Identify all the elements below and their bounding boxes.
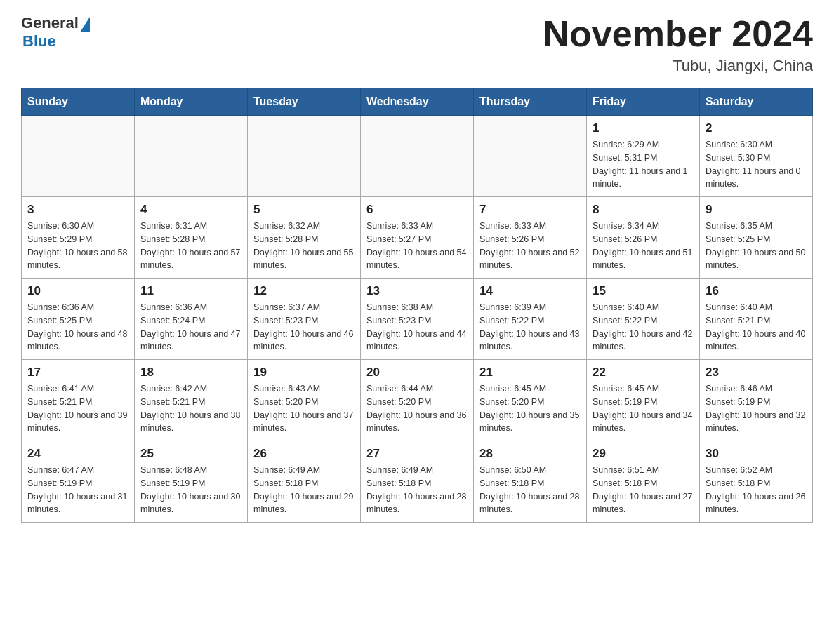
weekday-header-friday: Friday	[587, 88, 700, 116]
day-number: 3	[27, 203, 128, 217]
day-number: 1	[593, 121, 694, 135]
calendar-title: November 2024	[543, 14, 813, 54]
day-number: 6	[366, 203, 468, 217]
calendar-cell: 8Sunrise: 6:34 AM Sunset: 5:26 PM Daylig…	[587, 197, 700, 279]
calendar-cell: 21Sunrise: 6:45 AM Sunset: 5:20 PM Dayli…	[474, 360, 587, 441]
calendar-cell: 30Sunrise: 6:52 AM Sunset: 5:18 PM Dayli…	[700, 441, 813, 523]
logo-general-text: General	[21, 14, 79, 32]
weekday-header-row: SundayMondayTuesdayWednesdayThursdayFrid…	[22, 88, 813, 116]
day-number: 2	[706, 121, 807, 135]
week-row-3: 10Sunrise: 6:36 AM Sunset: 5:25 PM Dayli…	[22, 279, 813, 360]
calendar-cell: 14Sunrise: 6:39 AM Sunset: 5:22 PM Dayli…	[474, 279, 587, 360]
day-number: 19	[253, 365, 355, 380]
calendar-cell: 3Sunrise: 6:30 AM Sunset: 5:29 PM Daylig…	[22, 197, 135, 279]
calendar-cell: 25Sunrise: 6:48 AM Sunset: 5:19 PM Dayli…	[135, 441, 248, 523]
day-number: 29	[593, 447, 694, 461]
day-info: Sunrise: 6:45 AM Sunset: 5:19 PM Dayligh…	[593, 382, 694, 435]
day-number: 24	[27, 447, 128, 461]
day-number: 7	[479, 203, 581, 217]
day-number: 27	[366, 447, 468, 461]
calendar-cell: 13Sunrise: 6:38 AM Sunset: 5:23 PM Dayli…	[361, 279, 474, 360]
day-number: 12	[253, 284, 355, 298]
weekday-header-sunday: Sunday	[22, 88, 135, 116]
calendar-cell	[22, 116, 135, 197]
day-number: 20	[366, 365, 468, 380]
calendar-cell: 16Sunrise: 6:40 AM Sunset: 5:21 PM Dayli…	[700, 279, 813, 360]
calendar-cell: 22Sunrise: 6:45 AM Sunset: 5:19 PM Dayli…	[587, 360, 700, 441]
day-info: Sunrise: 6:50 AM Sunset: 5:18 PM Dayligh…	[479, 464, 581, 516]
day-number: 25	[140, 447, 241, 461]
day-info: Sunrise: 6:48 AM Sunset: 5:19 PM Dayligh…	[140, 464, 241, 516]
day-info: Sunrise: 6:29 AM Sunset: 5:31 PM Dayligh…	[593, 138, 694, 191]
calendar-cell: 5Sunrise: 6:32 AM Sunset: 5:28 PM Daylig…	[248, 197, 361, 279]
day-info: Sunrise: 6:30 AM Sunset: 5:30 PM Dayligh…	[706, 138, 807, 191]
calendar-cell: 26Sunrise: 6:49 AM Sunset: 5:18 PM Dayli…	[248, 441, 361, 523]
calendar-cell: 10Sunrise: 6:36 AM Sunset: 5:25 PM Dayli…	[22, 279, 135, 360]
day-number: 10	[27, 284, 128, 298]
day-info: Sunrise: 6:52 AM Sunset: 5:18 PM Dayligh…	[706, 464, 807, 516]
day-info: Sunrise: 6:34 AM Sunset: 5:26 PM Dayligh…	[593, 220, 694, 272]
day-info: Sunrise: 6:31 AM Sunset: 5:28 PM Dayligh…	[140, 220, 241, 272]
calendar-cell	[135, 116, 248, 197]
title-area: November 2024 Tubu, Jiangxi, China	[543, 14, 813, 75]
calendar-cell	[474, 116, 587, 197]
weekday-header-monday: Monday	[135, 88, 248, 116]
day-info: Sunrise: 6:33 AM Sunset: 5:27 PM Dayligh…	[366, 220, 468, 272]
calendar-cell: 1Sunrise: 6:29 AM Sunset: 5:31 PM Daylig…	[587, 116, 700, 197]
calendar-cell	[361, 116, 474, 197]
calendar-cell: 6Sunrise: 6:33 AM Sunset: 5:27 PM Daylig…	[361, 197, 474, 279]
day-number: 5	[253, 203, 355, 217]
day-info: Sunrise: 6:35 AM Sunset: 5:25 PM Dayligh…	[706, 220, 807, 272]
logo: General Blue	[21, 14, 90, 51]
calendar-cell: 24Sunrise: 6:47 AM Sunset: 5:19 PM Dayli…	[22, 441, 135, 523]
calendar-cell: 18Sunrise: 6:42 AM Sunset: 5:21 PM Dayli…	[135, 360, 248, 441]
calendar-cell: 2Sunrise: 6:30 AM Sunset: 5:30 PM Daylig…	[700, 116, 813, 197]
day-number: 30	[706, 447, 807, 461]
day-number: 14	[479, 284, 581, 298]
day-number: 9	[706, 203, 807, 217]
calendar-cell: 23Sunrise: 6:46 AM Sunset: 5:19 PM Dayli…	[700, 360, 813, 441]
calendar-subtitle: Tubu, Jiangxi, China	[543, 57, 813, 75]
week-row-5: 24Sunrise: 6:47 AM Sunset: 5:19 PM Dayli…	[22, 441, 813, 523]
day-info: Sunrise: 6:37 AM Sunset: 5:23 PM Dayligh…	[253, 301, 355, 354]
day-number: 17	[27, 365, 128, 380]
logo-blue-text: Blue	[22, 32, 56, 50]
calendar-cell: 12Sunrise: 6:37 AM Sunset: 5:23 PM Dayli…	[248, 279, 361, 360]
day-info: Sunrise: 6:32 AM Sunset: 5:28 PM Dayligh…	[253, 220, 355, 272]
day-number: 16	[706, 284, 807, 298]
day-info: Sunrise: 6:49 AM Sunset: 5:18 PM Dayligh…	[366, 464, 468, 516]
calendar-cell: 4Sunrise: 6:31 AM Sunset: 5:28 PM Daylig…	[135, 197, 248, 279]
week-row-2: 3Sunrise: 6:30 AM Sunset: 5:29 PM Daylig…	[22, 197, 813, 279]
calendar-cell: 15Sunrise: 6:40 AM Sunset: 5:22 PM Dayli…	[587, 279, 700, 360]
day-number: 23	[706, 365, 807, 380]
calendar-table: SundayMondayTuesdayWednesdayThursdayFrid…	[21, 88, 813, 523]
day-info: Sunrise: 6:51 AM Sunset: 5:18 PM Dayligh…	[593, 464, 694, 516]
day-info: Sunrise: 6:47 AM Sunset: 5:19 PM Dayligh…	[27, 464, 128, 516]
day-info: Sunrise: 6:46 AM Sunset: 5:19 PM Dayligh…	[706, 382, 807, 435]
logo-triangle-icon	[80, 17, 90, 32]
calendar-cell: 28Sunrise: 6:50 AM Sunset: 5:18 PM Dayli…	[474, 441, 587, 523]
day-info: Sunrise: 6:49 AM Sunset: 5:18 PM Dayligh…	[253, 464, 355, 516]
calendar-cell: 19Sunrise: 6:43 AM Sunset: 5:20 PM Dayli…	[248, 360, 361, 441]
day-info: Sunrise: 6:42 AM Sunset: 5:21 PM Dayligh…	[140, 382, 241, 435]
calendar-cell: 17Sunrise: 6:41 AM Sunset: 5:21 PM Dayli…	[22, 360, 135, 441]
day-number: 13	[366, 284, 468, 298]
day-info: Sunrise: 6:43 AM Sunset: 5:20 PM Dayligh…	[253, 382, 355, 435]
calendar-cell: 29Sunrise: 6:51 AM Sunset: 5:18 PM Dayli…	[587, 441, 700, 523]
day-info: Sunrise: 6:38 AM Sunset: 5:23 PM Dayligh…	[366, 301, 468, 354]
day-info: Sunrise: 6:44 AM Sunset: 5:20 PM Dayligh…	[366, 382, 468, 435]
day-number: 18	[140, 365, 241, 380]
day-info: Sunrise: 6:40 AM Sunset: 5:21 PM Dayligh…	[706, 301, 807, 354]
day-number: 22	[593, 365, 694, 380]
day-number: 4	[140, 203, 241, 217]
day-info: Sunrise: 6:36 AM Sunset: 5:24 PM Dayligh…	[140, 301, 241, 354]
day-info: Sunrise: 6:30 AM Sunset: 5:29 PM Dayligh…	[27, 220, 128, 272]
weekday-header-saturday: Saturday	[700, 88, 813, 116]
calendar-cell: 20Sunrise: 6:44 AM Sunset: 5:20 PM Dayli…	[361, 360, 474, 441]
weekday-header-wednesday: Wednesday	[361, 88, 474, 116]
day-number: 28	[479, 447, 581, 461]
calendar-cell: 7Sunrise: 6:33 AM Sunset: 5:26 PM Daylig…	[474, 197, 587, 279]
day-number: 26	[253, 447, 355, 461]
week-row-4: 17Sunrise: 6:41 AM Sunset: 5:21 PM Dayli…	[22, 360, 813, 441]
day-info: Sunrise: 6:39 AM Sunset: 5:22 PM Dayligh…	[479, 301, 581, 354]
